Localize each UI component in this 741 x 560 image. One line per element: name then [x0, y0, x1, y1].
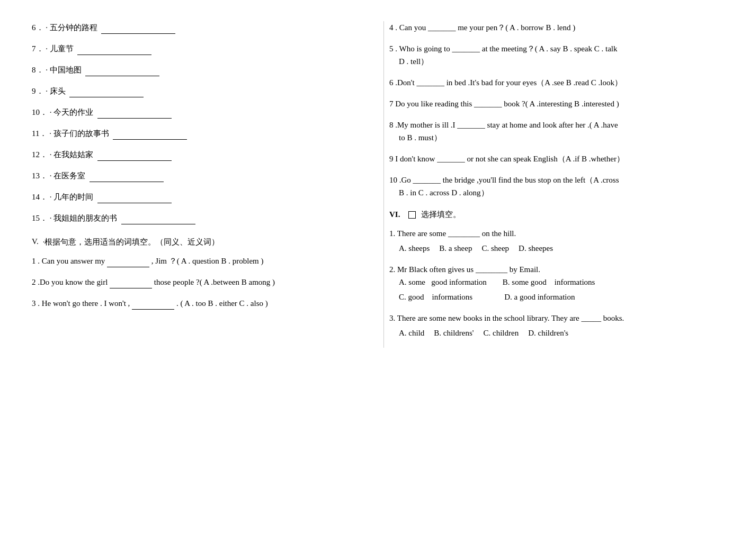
item-text: 10 .Go _______ the bridge ,you'll find t…: [389, 176, 619, 184]
item-text: 几年的时间: [53, 193, 93, 201]
page-container: 6． · 五分钟的路程 7． · 儿童节 8． · 中国地图 9． · 床头: [32, 21, 709, 348]
option-d: D. sheepes: [519, 242, 553, 255]
option-a: A. sheeps: [399, 242, 430, 255]
item-number: 13．: [32, 171, 48, 180]
section-v-label: V.: [32, 237, 39, 246]
item-text: 中国地图: [50, 66, 82, 74]
list-item: 10． · 今天的作业: [32, 106, 352, 119]
blank-line: [90, 182, 164, 182]
list-item: 7． · 儿童节: [32, 42, 352, 55]
blank-line: [132, 309, 174, 310]
vi-item-2-options-row1: A. some good information B. some good in…: [389, 276, 709, 288]
list-item: 15． · 我姐姐的朋友的书: [32, 212, 352, 224]
list-item: 13． · 在医务室: [32, 169, 352, 182]
item-dot: ·: [46, 87, 48, 95]
vi-item-1: 1. There are some ________ on the hill. …: [389, 227, 709, 255]
option-d: D. a good information: [504, 291, 575, 303]
right-items-top: 4 . Can you _______ me your pen？( A . bo…: [389, 21, 709, 199]
blank-line: [107, 267, 149, 267]
item-dot: ·: [49, 129, 51, 138]
right-item-6: 6 .Don't _______ in bed .It's bad for yo…: [389, 76, 709, 89]
option-b: B. a sheep: [439, 242, 472, 255]
item-text: 床头: [50, 87, 66, 95]
item-number: 14．: [32, 193, 48, 201]
item-dot: ·: [46, 23, 48, 32]
blank-line: [97, 118, 172, 119]
item-number: 10．: [32, 108, 48, 116]
item-text: 儿童节: [50, 44, 74, 53]
item-dot: ·: [50, 193, 52, 201]
section-v-header: V. ·根据句意，选用适当的词填空。（同义、近义词）: [32, 237, 352, 247]
section-v-description: ·根据句意，选用适当的词填空。（同义、近义词）: [43, 237, 220, 247]
blank-line: [69, 97, 144, 97]
item-text: 五分钟的路程: [50, 23, 97, 32]
item-text: 5 . Who is going to _______ at the meeti…: [389, 44, 618, 53]
item-dot: ·: [50, 171, 52, 180]
list-item: 6． · 五分钟的路程: [32, 21, 352, 34]
right-item-4: 4 . Can you _______ me your pen？( A . bo…: [389, 21, 709, 34]
item-text: 4 . Can you _______ me your pen？( A . bo…: [389, 23, 575, 32]
item-text: 9 I don't know _______ or not she can sp…: [389, 155, 624, 163]
blank-line: [121, 224, 195, 224]
right-item-5: 5 . Who is going to _______ at the meeti…: [389, 42, 709, 68]
vi-item-3: 3. There are some new books in the schoo…: [389, 312, 709, 339]
checkbox-icon: [408, 211, 416, 219]
item-dot: ·: [50, 214, 52, 222]
item-text: those people ?( A .between B among ): [152, 278, 275, 286]
blank-line: [113, 139, 187, 140]
vi-item-2: 2. Mr Black often gives us ________ by E…: [389, 263, 709, 303]
vi-item-2-options-row2: C. good informations D. a good informati…: [389, 291, 709, 303]
item-text-cont: to B . must）: [389, 131, 709, 144]
list-item: 8． · 中国地图: [32, 64, 352, 76]
section-vi-header: VI. 选择填空。: [389, 210, 709, 220]
blank-line: [97, 203, 172, 203]
blank-line: [101, 33, 175, 34]
section-vi-title: 选择填空。: [421, 210, 461, 220]
option-c: C. sheep: [481, 242, 509, 255]
item-text: 6 .Don't _______ in bed .It's bad for yo…: [389, 78, 622, 87]
item-dot: ·: [50, 108, 52, 116]
item-number: 7．: [32, 44, 44, 53]
option-b: B. some good informations: [503, 276, 595, 288]
blank-line: [97, 160, 172, 161]
item-number: 12．: [32, 150, 48, 159]
option-c: C. children: [484, 327, 519, 339]
item-text-cont: B . in C . across D . along）: [389, 186, 709, 199]
items-6-15: 6． · 五分钟的路程 7． · 儿童节 8． · 中国地图 9． · 床头: [32, 21, 352, 224]
vi-item-1-options: A. sheeps B. a sheep C. sheep D. sheepes: [389, 242, 709, 255]
vi-item-2-question: 2. Mr Black often gives us ________ by E…: [389, 263, 709, 276]
item-number: 8．: [32, 66, 44, 74]
section-v: V. ·根据句意，选用适当的词填空。（同义、近义词） 1 . Can you a…: [32, 237, 352, 310]
item-dot: ·: [50, 150, 52, 159]
blank-line: [110, 288, 152, 288]
item-text: . ( A . too B . either C . also ): [174, 299, 268, 308]
blank-line: [85, 76, 159, 76]
section-v-item-3: 3 . He won't go there . I won't , . ( A …: [32, 297, 352, 310]
item-text: 7 Do you like reading this _______ book …: [389, 100, 619, 108]
vi-item-3-question: 3. There are some new books in the schoo…: [389, 312, 709, 324]
option-a: A. child: [399, 327, 424, 339]
list-item: 14． · 几年的时间: [32, 191, 352, 203]
item-text: 孩子们的故事书: [53, 129, 109, 138]
item-num: 1 . Can you answer my: [32, 257, 107, 265]
option-d: D. children's: [528, 327, 568, 339]
item-number: 6．: [32, 23, 44, 32]
blank-line: [77, 55, 151, 55]
item-text: 在医务室: [53, 171, 85, 180]
option-a: A. some good information: [399, 276, 487, 288]
item-text: , Jim ？( A . question B . problem ): [149, 257, 263, 265]
item-text: 在我姑姑家: [53, 150, 93, 159]
right-item-9: 9 I don't know _______ or not she can sp…: [389, 152, 709, 165]
right-item-8: 8 .My mother is ill .I _______ stay at h…: [389, 119, 709, 144]
vi-item-3-options: A. child B. childrens' C. children D. ch…: [389, 327, 709, 339]
item-text: 我姐姐的朋友的书: [53, 214, 117, 222]
section-vi-label: VI.: [389, 210, 400, 219]
right-column: 4 . Can you _______ me your pen？( A . bo…: [383, 21, 709, 348]
list-item: 11． · 孩子们的故事书: [32, 127, 352, 140]
item-text: 今天的作业: [53, 108, 93, 116]
item-num: 3 . He won't go there . I won't ,: [32, 299, 132, 308]
item-number: 11．: [32, 129, 47, 138]
list-item: 9． · 床头: [32, 85, 352, 97]
section-vi: VI. 选择填空。 1. There are some ________ on …: [389, 210, 709, 339]
vi-item-1-question: 1. There are some ________ on the hill.: [389, 227, 709, 240]
